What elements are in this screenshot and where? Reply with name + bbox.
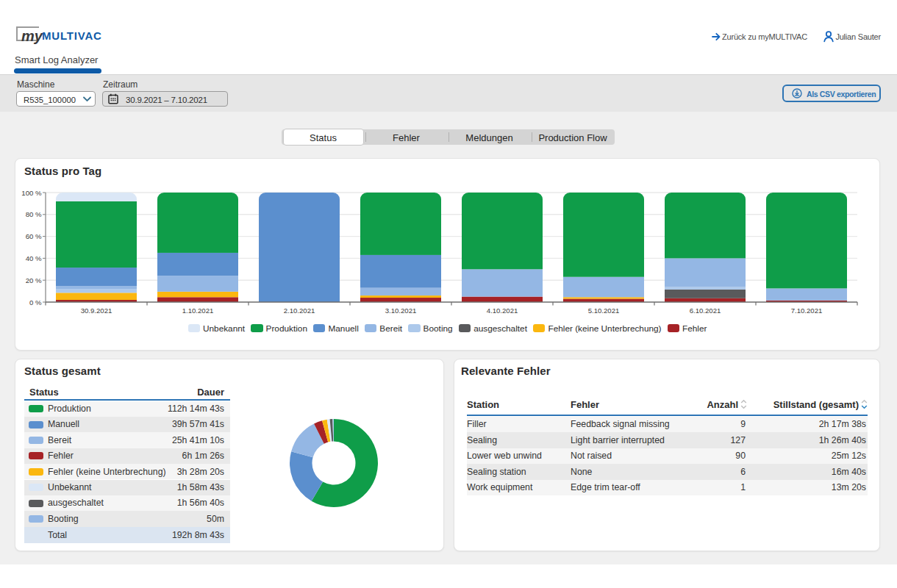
svg-text:30.9.2021: 30.9.2021 [81, 306, 112, 315]
svg-text:100 %: 100 % [21, 189, 42, 197]
svg-text:6.10.2021: 6.10.2021 [690, 306, 721, 315]
svg-text:3.10.2021: 3.10.2021 [385, 306, 417, 315]
svg-text:2.10.2021: 2.10.2021 [284, 306, 315, 315]
svg-text:4.10.2021: 4.10.2021 [487, 306, 518, 315]
svg-text:40 %: 40 % [26, 254, 42, 262]
svg-text:5.10.2021: 5.10.2021 [588, 306, 620, 315]
svg-text:7.10.2021: 7.10.2021 [791, 306, 823, 315]
svg-text:1.10.2021: 1.10.2021 [182, 306, 214, 315]
svg-text:0 %: 0 % [29, 298, 42, 306]
svg-text:60 %: 60 % [26, 232, 42, 240]
svg-text:80 %: 80 % [26, 210, 42, 218]
svg-text:20 %: 20 % [26, 276, 42, 284]
